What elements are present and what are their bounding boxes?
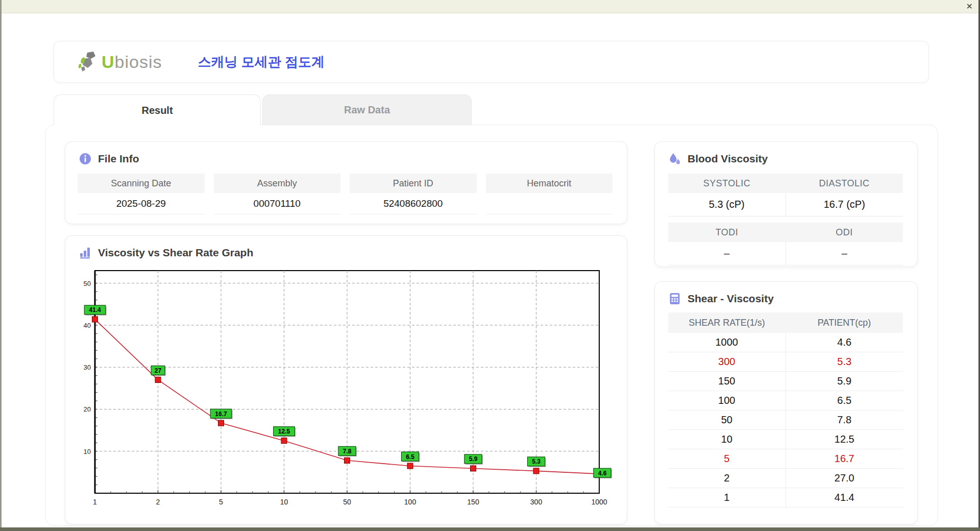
data-point-marker: [471, 466, 476, 471]
value-cell: –: [786, 242, 903, 265]
bar-chart-icon: [79, 246, 92, 259]
field-value: 2025-08-29: [78, 193, 205, 214]
shear-viscosity-title: Shear - Viscosity: [688, 293, 774, 305]
blood-viscosity-header-row: TODIODI: [668, 223, 903, 242]
data-point-marker: [281, 438, 287, 444]
calculator-icon: [668, 292, 681, 305]
field-label: Scanning Date: [78, 174, 205, 193]
table-row: 1012.5: [668, 430, 903, 449]
table-row: 1006.5: [668, 391, 903, 411]
data-label-text: 27: [155, 367, 162, 374]
blood-viscosity-card: Blood Viscosity SYSTOLICDIASTOLIC5.3 (cP…: [654, 141, 918, 267]
tab-result[interactable]: Result: [54, 94, 261, 126]
window-titlebar: ✕: [0, 0, 980, 13]
value-cell: 16.7 (cP): [786, 193, 903, 216]
y-tick-label: 50: [84, 280, 91, 287]
blood-viscosity-value-row: 5.3 (cP)16.7 (cP): [668, 193, 903, 216]
file-info-field-patient-id: Patient ID52408602800: [350, 174, 477, 214]
y-tick-label: 10: [84, 448, 91, 455]
y-tick-label: 30: [84, 364, 91, 371]
shear-rate-cell: 1: [668, 488, 786, 507]
data-point-marker: [218, 420, 224, 426]
shear-viscosity-table: SHEAR RATE(1/s)PATIENT(cp)10004.63005.31…: [668, 312, 903, 508]
table-row: 141.4: [668, 488, 903, 508]
value-cell: –: [668, 242, 786, 265]
close-icon[interactable]: ✕: [966, 2, 973, 12]
droplets-icon: [668, 152, 681, 165]
field-value: 000701110: [214, 193, 341, 214]
shear-rate-cell: 5: [668, 449, 786, 468]
field-label: Patient ID: [350, 174, 477, 193]
data-label-text: 12.5: [278, 428, 290, 435]
x-tick-label: 1: [93, 498, 97, 506]
shear-rate-cell: 50: [668, 411, 786, 429]
logo-letter-u: U: [102, 52, 115, 71]
shear-rate-cell: 1000: [668, 333, 786, 352]
data-label-text: 5.9: [469, 455, 478, 463]
blood-viscosity-value-row: ––: [668, 242, 903, 266]
x-tick-label: 300: [530, 498, 543, 506]
file-info-card: File Info Scanning Date2025-08-29Assembl…: [65, 141, 627, 224]
file-info-fields: Scanning Date2025-08-29Assembly000701110…: [65, 165, 627, 214]
file-info-field-assembly: Assembly000701110: [214, 174, 341, 214]
data-point-marker: [533, 468, 539, 474]
data-label-text: 41.4: [89, 306, 101, 313]
window-border-bottom: [0, 527, 980, 531]
data-point-marker: [345, 457, 350, 463]
x-tick-label: 5: [219, 498, 223, 506]
x-tick-label: 2: [156, 498, 160, 506]
shear-viscosity-card: Shear - Viscosity SHEAR RATE(1/s)PATIENT…: [654, 281, 918, 524]
header-cell: SHEAR RATE(1/s): [668, 312, 786, 333]
table-row: 10004.6: [668, 333, 903, 352]
patient-viscosity-cell: 6.5: [786, 391, 903, 410]
header-cell: DIASTOLIC: [786, 174, 903, 193]
field-label: Hematocrit: [486, 174, 613, 193]
x-tick-label: 1000: [591, 498, 607, 506]
table-row: 3005.3: [668, 352, 903, 372]
header-cell: ODI: [786, 223, 903, 242]
patient-viscosity-cell: 5.9: [786, 372, 903, 391]
shear-rate-cell: 100: [668, 391, 786, 410]
viscosity-chart: 10203040501251050100150300100041.42716.7…: [74, 266, 614, 510]
header-cell: TODI: [668, 223, 786, 242]
patient-viscosity-cell: 41.4: [786, 488, 903, 507]
patient-viscosity-cell: 27.0: [786, 469, 903, 488]
ubiosis-logo-text: Ubiosis: [102, 52, 162, 72]
table-row: 516.7: [668, 449, 903, 469]
blood-viscosity-header-row: SYSTOLICDIASTOLIC: [668, 174, 903, 193]
shear-table-header-row: SHEAR RATE(1/s)PATIENT(cp): [668, 312, 903, 333]
y-tick-label: 40: [84, 322, 91, 329]
patient-viscosity-cell: 12.5: [786, 430, 903, 449]
graph-title: Viscosity vs Shear Rate Graph: [98, 247, 253, 259]
viscosity-chart-container: 10203040501251050100150300100041.42716.7…: [65, 259, 627, 510]
tab-raw-data[interactable]: Raw Data: [262, 94, 472, 125]
field-label: Assembly: [214, 174, 341, 193]
file-info-title: File Info: [98, 153, 139, 165]
shear-rate-cell: 150: [668, 372, 786, 391]
ubiosis-logo: Ubiosis: [77, 51, 162, 73]
x-tick-label: 100: [404, 498, 416, 506]
data-label-text: 16.7: [215, 411, 227, 418]
spacer: [668, 216, 903, 223]
blood-viscosity-table: SYSTOLICDIASTOLIC5.3 (cP)16.7 (cP)TODIOD…: [668, 174, 903, 266]
data-label-text: 6.5: [406, 453, 414, 461]
window-border-left: [0, 0, 2, 531]
x-tick-label: 150: [467, 498, 479, 506]
logo-rest: biosis: [115, 52, 162, 71]
patient-viscosity-cell: 7.8: [786, 411, 903, 429]
header-cell: SYSTOLIC: [668, 174, 786, 193]
data-point-marker: [407, 463, 413, 469]
result-tab-panel: File Info Scanning Date2025-08-29Assembl…: [45, 125, 938, 526]
data-point-marker: [92, 317, 98, 322]
patient-viscosity-cell: 5.3: [786, 352, 903, 371]
data-label-text: 7.8: [343, 448, 352, 455]
data-label-text: 4.6: [598, 470, 607, 477]
viscosity-graph-card: Viscosity vs Shear Rate Graph 1020304050…: [65, 235, 627, 524]
value-cell: 5.3 (cP): [668, 193, 786, 216]
file-info-field-scanning-date: Scanning Date2025-08-29: [78, 174, 205, 214]
ubiosis-logo-icon: [77, 51, 101, 73]
file-info-field-hematocrit: Hematocrit: [486, 174, 613, 214]
table-row: 1505.9: [668, 372, 903, 391]
header-cell: PATIENT(cp): [786, 312, 903, 333]
field-value: [486, 193, 613, 214]
